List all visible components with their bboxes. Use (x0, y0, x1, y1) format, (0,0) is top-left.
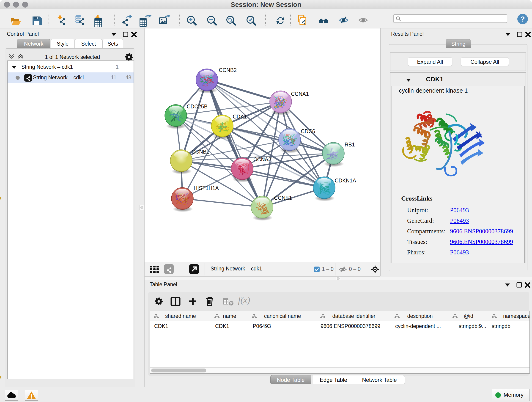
svg-text:CDKN1A: CDKN1A (335, 178, 356, 184)
svg-text:CDC25B: CDC25B (187, 104, 208, 109)
svg-text:CCNA2: CCNA2 (253, 157, 271, 162)
svg-text:CCNE1: CCNE1 (274, 195, 292, 201)
svg-text:CDC6: CDC6 (301, 128, 315, 134)
svg-text:CCNB1: CCNB1 (191, 149, 209, 155)
svg-text:CCNB2: CCNB2 (219, 67, 237, 73)
svg-text:CDK1: CDK1 (233, 114, 247, 120)
svg-text:HIST1H1A: HIST1H1A (194, 185, 219, 191)
svg-text:RB1: RB1 (345, 142, 355, 148)
svg-text:CCNA1: CCNA1 (291, 91, 309, 97)
